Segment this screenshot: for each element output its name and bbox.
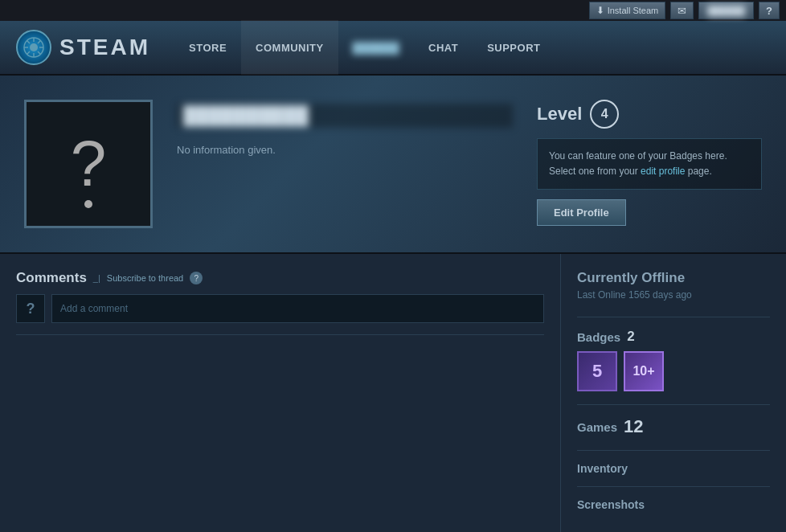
help-button[interactable]: ? xyxy=(759,2,780,19)
topbar: ⬇ Install Steam ✉ ██████ ? xyxy=(0,0,786,21)
nav-username-text: ██████ xyxy=(353,42,399,54)
status-subtitle: Last Online 1565 days ago xyxy=(577,289,770,301)
comment-input-row: ? xyxy=(16,294,544,323)
commenter-avatar-icon: ? xyxy=(27,301,35,317)
level-circle: 4 xyxy=(590,100,619,129)
games-divider xyxy=(577,450,770,451)
nav-username[interactable]: ██████ xyxy=(338,20,414,75)
games-count: 12 xyxy=(624,416,643,437)
status-divider xyxy=(577,317,770,317)
badges-row: 5 10+ xyxy=(577,351,770,391)
nav-links: STORE COMMUNITY ██████ CHAT SUPPORT xyxy=(174,21,555,74)
edit-profile-button[interactable]: Edit Profile xyxy=(537,199,626,226)
badge-2-value: 10+ xyxy=(632,364,654,379)
mail-button[interactable]: ✉ xyxy=(670,2,694,19)
avatar-question-mark: ? xyxy=(71,132,107,196)
subscribe-thread-link[interactable]: Subscribe to thread xyxy=(107,273,183,283)
navbar: STEAM STORE COMMUNITY ██████ CHAT SUPPOR… xyxy=(0,21,786,76)
games-section: Games 12 xyxy=(577,416,770,437)
subscribe-help-badge[interactable]: ? xyxy=(190,272,203,284)
badge-info-box: You can feature one of your Badges here.… xyxy=(537,138,762,190)
level-row: Level 4 xyxy=(537,100,762,129)
subscribe-separator: _| xyxy=(93,273,100,283)
subscribe-help-icon: ? xyxy=(194,274,199,283)
avatar-dot xyxy=(84,200,92,208)
badge-item-2[interactable]: 10+ xyxy=(624,351,664,391)
steam-logo[interactable]: STEAM xyxy=(16,30,150,65)
install-steam-button[interactable]: ⬇ Install Steam xyxy=(589,2,666,19)
nav-community[interactable]: COMMUNITY xyxy=(241,20,338,75)
help-label: ? xyxy=(766,5,772,17)
badges-section: Badges 2 5 10+ xyxy=(577,329,770,391)
main-content: Comments _| Subscribe to thread ? ? Curr… xyxy=(0,254,786,532)
username-text: ██████ xyxy=(707,6,745,15)
comment-input-field[interactable] xyxy=(51,294,544,323)
profile-area: ? ██████████ No information given. Level… xyxy=(0,76,786,254)
badges-title: Badges 2 xyxy=(577,329,770,345)
level-label: Level xyxy=(537,104,582,125)
profile-avatar: ? xyxy=(24,100,153,228)
profile-right: Level 4 You can feature one of your Badg… xyxy=(537,100,762,228)
username-display: ██████ xyxy=(698,2,754,19)
badge-item-1[interactable]: 5 xyxy=(577,351,617,391)
edit-profile-link[interactable]: edit profile xyxy=(641,166,685,177)
status-title: Currently Offline xyxy=(577,270,770,286)
commenter-avatar: ? xyxy=(16,294,45,323)
comments-header: Comments _| Subscribe to thread ? xyxy=(16,270,544,286)
right-panel: Currently Offline Last Online 1565 days … xyxy=(561,254,786,532)
profile-username: ██████████ xyxy=(177,104,513,128)
screenshots-link[interactable]: Screenshots xyxy=(577,498,770,511)
games-title: Games xyxy=(577,420,617,434)
inventory-link[interactable]: Inventory xyxy=(577,462,770,475)
comments-divider xyxy=(16,334,544,335)
badge-info-suffix: page. xyxy=(685,166,711,177)
nav-store[interactable]: STORE xyxy=(174,20,241,75)
subscribe-thread-label: Subscribe to thread xyxy=(107,273,183,283)
nav-support[interactable]: SUPPORT xyxy=(473,20,555,75)
nav-chat[interactable]: CHAT xyxy=(414,20,473,75)
status-section: Currently Offline Last Online 1565 days … xyxy=(577,270,770,301)
steam-logo-svg xyxy=(23,36,45,59)
mail-icon: ✉ xyxy=(678,5,686,17)
profile-no-info: No information given. xyxy=(177,144,513,156)
comments-title: Comments xyxy=(16,270,87,286)
download-icon: ⬇ xyxy=(596,5,604,16)
badge-1-value: 5 xyxy=(592,361,602,382)
steam-logo-icon xyxy=(16,30,51,65)
inventory-divider xyxy=(577,486,770,487)
svg-point-1 xyxy=(30,43,38,51)
left-panel: Comments _| Subscribe to thread ? ? xyxy=(0,254,561,532)
install-steam-label: Install Steam xyxy=(608,6,659,15)
profile-info: ██████████ No information given. xyxy=(177,100,513,228)
badges-count: 2 xyxy=(627,329,634,345)
badges-divider xyxy=(577,404,770,405)
steam-logo-text: STEAM xyxy=(59,35,150,60)
badges-label: Badges xyxy=(577,330,620,344)
